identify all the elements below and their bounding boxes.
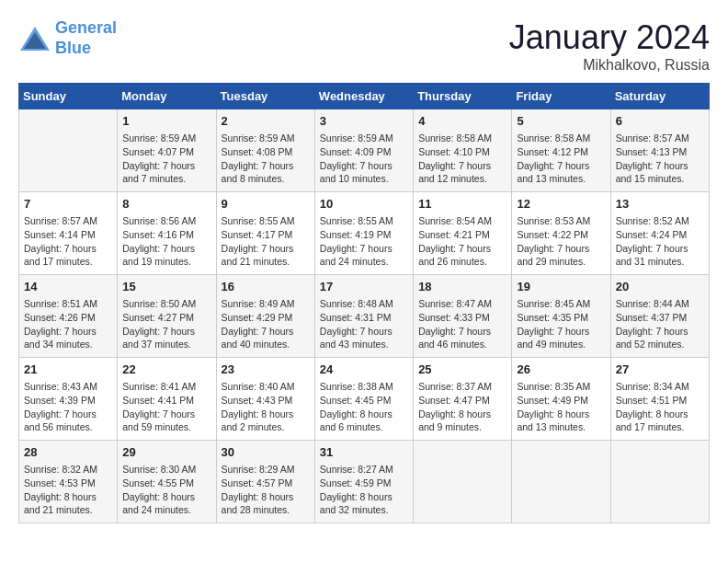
day-number: 13 [616, 196, 704, 213]
calendar-week-row: 14Sunrise: 8:51 AM Sunset: 4:26 PM Dayli… [19, 275, 710, 358]
day-number: 26 [517, 362, 605, 378]
cell-content: Sunrise: 8:50 AM Sunset: 4:27 PM Dayligh… [122, 297, 210, 351]
day-number: 21 [24, 362, 112, 378]
day-number: 22 [122, 362, 210, 378]
day-number: 4 [418, 113, 506, 130]
day-number: 29 [122, 444, 210, 461]
weekday-header-cell: Tuesday [216, 84, 314, 109]
calendar-cell: 9Sunrise: 8:55 AM Sunset: 4:17 PM Daylig… [216, 192, 314, 275]
calendar-cell: 7Sunrise: 8:57 AM Sunset: 4:14 PM Daylig… [19, 192, 118, 275]
calendar-cell: 19Sunrise: 8:45 AM Sunset: 4:35 PM Dayli… [512, 275, 610, 358]
weekday-header-cell: Friday [512, 84, 610, 109]
cell-content: Sunrise: 8:34 AM Sunset: 4:51 PM Dayligh… [616, 380, 704, 434]
weekday-header-cell: Thursday [414, 84, 512, 109]
day-number: 23 [222, 362, 310, 378]
calendar-cell: 11Sunrise: 8:54 AM Sunset: 4:21 PM Dayli… [414, 192, 512, 275]
calendar-cell: 16Sunrise: 8:49 AM Sunset: 4:29 PM Dayli… [216, 275, 314, 358]
cell-content: Sunrise: 8:55 AM Sunset: 4:17 PM Dayligh… [222, 214, 310, 269]
cell-content: Sunrise: 8:56 AM Sunset: 4:16 PM Dayligh… [122, 214, 210, 269]
day-number: 12 [517, 196, 605, 213]
calendar-cell: 22Sunrise: 8:41 AM Sunset: 4:41 PM Dayli… [118, 358, 216, 441]
calendar-cell: 25Sunrise: 8:37 AM Sunset: 4:47 PM Dayli… [414, 358, 512, 441]
cell-content: Sunrise: 8:40 AM Sunset: 4:43 PM Dayligh… [222, 380, 310, 434]
day-number: 1 [122, 113, 210, 130]
cell-content: Sunrise: 8:48 AM Sunset: 4:31 PM Dayligh… [320, 297, 408, 351]
cell-content: Sunrise: 8:52 AM Sunset: 4:24 PM Dayligh… [616, 214, 704, 269]
day-number: 19 [517, 279, 605, 295]
day-number: 18 [418, 279, 506, 295]
day-number: 8 [122, 196, 210, 213]
cell-content: Sunrise: 8:51 AM Sunset: 4:26 PM Dayligh… [24, 297, 112, 351]
cell-content: Sunrise: 8:54 AM Sunset: 4:21 PM Dayligh… [418, 214, 506, 269]
location: Mikhalkovo, Russia [509, 57, 710, 74]
calendar-cell: 1Sunrise: 8:59 AM Sunset: 4:07 PM Daylig… [118, 109, 216, 192]
cell-content: Sunrise: 8:57 AM Sunset: 4:13 PM Dayligh… [616, 132, 704, 186]
weekday-header-cell: Saturday [610, 84, 709, 109]
calendar-cell: 23Sunrise: 8:40 AM Sunset: 4:43 PM Dayli… [216, 358, 314, 441]
calendar-cell: 18Sunrise: 8:47 AM Sunset: 4:33 PM Dayli… [414, 275, 512, 358]
day-number: 28 [24, 444, 112, 461]
calendar-cell: 12Sunrise: 8:53 AM Sunset: 4:22 PM Dayli… [512, 192, 610, 275]
calendar-cell [610, 441, 709, 523]
cell-content: Sunrise: 8:49 AM Sunset: 4:29 PM Dayligh… [222, 297, 310, 351]
cell-content: Sunrise: 8:41 AM Sunset: 4:41 PM Dayligh… [122, 380, 210, 434]
weekday-header-cell: Wednesday [314, 84, 413, 109]
logo: General Blue [18, 18, 117, 58]
logo-text: General Blue [55, 18, 117, 58]
day-number: 5 [517, 113, 605, 130]
cell-content: Sunrise: 8:35 AM Sunset: 4:49 PM Dayligh… [517, 380, 605, 434]
calendar-body: 1Sunrise: 8:59 AM Sunset: 4:07 PM Daylig… [19, 109, 710, 523]
cell-content: Sunrise: 8:29 AM Sunset: 4:57 PM Dayligh… [222, 463, 310, 517]
cell-content: Sunrise: 8:58 AM Sunset: 4:12 PM Dayligh… [517, 132, 605, 186]
day-number: 27 [616, 362, 704, 378]
cell-content: Sunrise: 8:38 AM Sunset: 4:45 PM Dayligh… [320, 380, 408, 434]
cell-content: Sunrise: 8:59 AM Sunset: 4:08 PM Dayligh… [222, 132, 310, 186]
calendar-cell: 17Sunrise: 8:48 AM Sunset: 4:31 PM Dayli… [314, 275, 413, 358]
day-number: 2 [222, 113, 310, 130]
calendar-cell: 5Sunrise: 8:58 AM Sunset: 4:12 PM Daylig… [512, 109, 610, 192]
day-number: 20 [616, 279, 704, 295]
day-number: 11 [418, 196, 506, 213]
weekday-header-cell: Sunday [19, 84, 118, 109]
calendar-cell: 28Sunrise: 8:32 AM Sunset: 4:53 PM Dayli… [19, 441, 118, 523]
logo-icon [18, 25, 51, 52]
calendar-week-row: 1Sunrise: 8:59 AM Sunset: 4:07 PM Daylig… [19, 109, 710, 192]
calendar-cell: 30Sunrise: 8:29 AM Sunset: 4:57 PM Dayli… [216, 441, 314, 523]
cell-content: Sunrise: 8:59 AM Sunset: 4:09 PM Dayligh… [320, 132, 408, 186]
calendar-cell: 10Sunrise: 8:55 AM Sunset: 4:19 PM Dayli… [314, 192, 413, 275]
cell-content: Sunrise: 8:27 AM Sunset: 4:59 PM Dayligh… [320, 463, 408, 517]
day-number: 17 [320, 279, 408, 295]
cell-content: Sunrise: 8:43 AM Sunset: 4:39 PM Dayligh… [24, 380, 112, 434]
calendar-cell: 6Sunrise: 8:57 AM Sunset: 4:13 PM Daylig… [610, 109, 709, 192]
day-number: 14 [24, 279, 112, 295]
day-number: 31 [320, 444, 408, 461]
day-number: 10 [320, 196, 408, 213]
calendar-cell: 24Sunrise: 8:38 AM Sunset: 4:45 PM Dayli… [314, 358, 413, 441]
day-number: 6 [616, 113, 704, 130]
cell-content: Sunrise: 8:58 AM Sunset: 4:10 PM Dayligh… [418, 132, 506, 186]
title-block: January 2024 Mikhalkovo, Russia [509, 18, 710, 74]
calendar-cell [414, 441, 512, 523]
calendar-cell: 8Sunrise: 8:56 AM Sunset: 4:16 PM Daylig… [118, 192, 216, 275]
calendar-week-row: 7Sunrise: 8:57 AM Sunset: 4:14 PM Daylig… [19, 192, 710, 275]
cell-content: Sunrise: 8:32 AM Sunset: 4:53 PM Dayligh… [24, 463, 112, 517]
weekday-header-cell: Monday [118, 84, 216, 109]
calendar-header-row: SundayMondayTuesdayWednesdayThursdayFrid… [19, 84, 710, 109]
calendar-cell [19, 109, 118, 192]
cell-content: Sunrise: 8:59 AM Sunset: 4:07 PM Dayligh… [122, 132, 210, 186]
month-title: January 2024 [509, 18, 710, 57]
cell-content: Sunrise: 8:47 AM Sunset: 4:33 PM Dayligh… [418, 297, 506, 351]
day-number: 7 [24, 196, 112, 213]
calendar-cell: 26Sunrise: 8:35 AM Sunset: 4:49 PM Dayli… [512, 358, 610, 441]
calendar-cell: 15Sunrise: 8:50 AM Sunset: 4:27 PM Dayli… [118, 275, 216, 358]
cell-content: Sunrise: 8:30 AM Sunset: 4:55 PM Dayligh… [122, 463, 210, 517]
calendar-week-row: 21Sunrise: 8:43 AM Sunset: 4:39 PM Dayli… [19, 358, 710, 441]
calendar-cell: 4Sunrise: 8:58 AM Sunset: 4:10 PM Daylig… [414, 109, 512, 192]
day-number: 25 [418, 362, 506, 378]
calendar-cell: 27Sunrise: 8:34 AM Sunset: 4:51 PM Dayli… [610, 358, 709, 441]
day-number: 24 [320, 362, 408, 378]
cell-content: Sunrise: 8:57 AM Sunset: 4:14 PM Dayligh… [24, 214, 112, 269]
calendar-cell: 2Sunrise: 8:59 AM Sunset: 4:08 PM Daylig… [216, 109, 314, 192]
cell-content: Sunrise: 8:44 AM Sunset: 4:37 PM Dayligh… [616, 297, 704, 351]
day-number: 16 [222, 279, 310, 295]
